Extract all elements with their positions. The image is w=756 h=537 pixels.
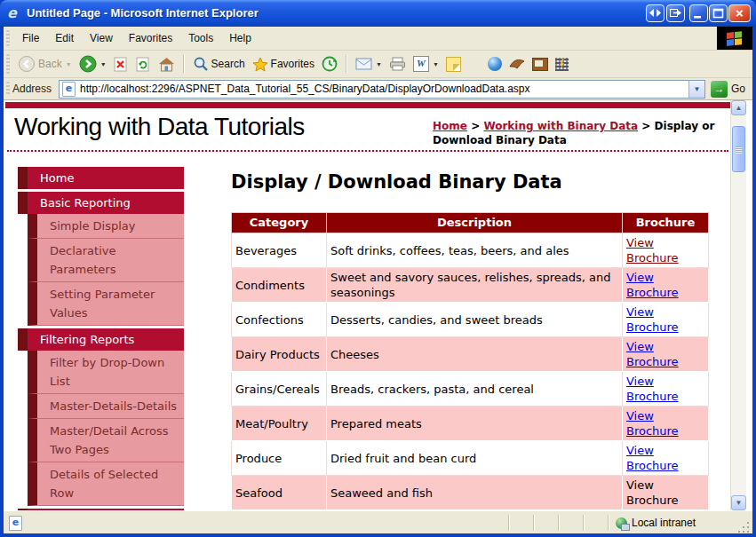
mail-button[interactable]: ▼ [352,56,386,72]
menu-help[interactable]: Help [221,27,259,50]
go-button[interactable]: → Go [705,81,752,98]
view-brochure-link[interactable]: View Brochure [626,409,679,438]
table-row: Confections Desserts, candies, and sweet… [232,303,709,337]
address-input-box: e ▼ [59,80,705,99]
resize-grip[interactable] [736,520,751,534]
forward-arrow-icon [79,55,97,73]
edit-with-word-button[interactable]: W▼ [410,54,442,74]
messenger-button[interactable] [484,55,505,73]
note-icon [446,57,461,72]
sidebar-item-details-of-selected-row[interactable]: Details of Selected Row [28,462,184,506]
mail-icon [355,58,372,70]
stop-button[interactable] [110,55,132,74]
windows-logo [717,27,752,50]
back-button[interactable]: Back▼ [14,53,76,75]
scroll-up-button[interactable]: ▲ [731,100,746,115]
export-window-button[interactable] [666,4,685,22]
menubar-grip[interactable] [6,30,10,46]
research-book-icon [532,58,548,71]
security-zone-panel: Local intranet [608,515,731,531]
sidebar-item-filtering-reports[interactable]: Filtering Reports [18,328,184,351]
table-row: Condiments Sweet and savory sauces, reli… [232,268,709,303]
view-brochure-link[interactable]: View Brochure [626,271,679,299]
column-header-description: Description [327,213,623,233]
scroll-down-button[interactable]: ▼ [731,495,746,510]
favorites-button[interactable]: Favorites [249,55,318,74]
title-bar: e Untitled Page - Microsoft Internet Exp… [0,0,756,27]
address-input[interactable] [78,83,688,95]
search-button[interactable]: Search [189,54,249,74]
forward-button[interactable]: ▼ [76,53,110,75]
sidebar-item-home[interactable]: Home [18,167,184,189]
window-title: Untitled Page - Microsoft Internet Explo… [27,0,259,27]
menu-edit[interactable]: Edit [47,27,82,50]
breadcrumb: Home > Working with Binary Data > Displa… [433,119,729,147]
sidebar-item-setting-parameter-values[interactable]: Setting Parameter Values [28,282,184,326]
maximize-button[interactable] [709,4,728,22]
breadcrumb-home-link[interactable]: Home [433,120,467,132]
categories-table: Category Description Brochure Beverages … [231,212,709,510]
sidebar-item-filter-by-dropdown-list[interactable]: Filter by Drop-Down List [28,351,184,394]
view-brochure-link[interactable]: View Brochure [626,444,679,472]
search-icon [193,56,209,72]
address-bar: Address e ▼ → Go [4,78,752,100]
back-arrow-icon [18,55,36,73]
window-border-right [752,27,756,537]
header-divider [7,150,728,152]
table-row: Beverages Soft drinks, coffees, teas, be… [232,233,709,268]
sidebar-item-master-detail-two-pages[interactable]: Master/Detail Across Two Pages [28,419,184,462]
view-brochure-link[interactable]: View Brochure [626,305,679,334]
table-row: Dairy Products Cheeses View Brochure [232,337,709,372]
address-label: Address [12,83,52,95]
refresh-icon [136,57,151,72]
column-header-brochure: Brochure [623,213,709,233]
window-border-left [0,27,4,537]
refresh-button[interactable] [132,55,155,74]
breadcrumb-separator: > [641,120,650,132]
minimize-button[interactable] [689,4,708,22]
menu-file[interactable]: File [14,27,47,50]
print-icon [389,57,406,71]
page-icon: e [62,82,76,97]
scrollbar-thumb[interactable] [732,126,745,172]
status-panel [533,515,558,531]
ie-logo-icon: e [7,5,22,21]
favorites-star-icon [252,57,268,72]
research-button[interactable] [529,56,552,73]
view-brochure-link[interactable]: View Brochure [626,375,679,403]
close-button[interactable]: × [728,4,751,22]
table-row: Produce Dried fruit and bean curd View B… [232,441,709,476]
history-icon [322,56,338,72]
status-bar: e Local intranet [4,510,752,534]
status-panel [583,515,608,531]
toolbar-grip[interactable] [6,54,10,74]
menu-view[interactable]: View [82,27,121,50]
site-title: Working with Data Tutorials [14,113,305,141]
sidebar-item-simple-display[interactable]: Simple Display [28,214,184,239]
binary-tool-button[interactable] [552,56,572,73]
security-zone-label: Local intranet [632,517,696,529]
print-button[interactable] [386,55,410,73]
binary-matrix-icon [555,58,569,71]
sidebar-item-declarative-parameters[interactable]: Declarative Parameters [28,239,184,282]
addressbar-grip[interactable] [6,82,10,96]
resize-arrows-button[interactable] [646,4,664,22]
discuss-button[interactable] [442,55,465,74]
sidebar-item-master-details-details[interactable]: Master-Details-Details [28,394,184,419]
home-button[interactable] [155,55,179,74]
address-dropdown-button[interactable]: ▼ [688,81,704,98]
sidebar-item-basic-reporting[interactable]: Basic Reporting [18,192,184,214]
breadcrumb-section-link[interactable]: Working with Binary Data [483,120,638,132]
sphere-icon [488,57,502,71]
menu-bar: File Edit View Favorites Tools Help [4,27,752,51]
menu-tools[interactable]: Tools [180,27,221,50]
menu-favorites[interactable]: Favorites [121,27,180,50]
history-button[interactable] [318,54,341,74]
status-panel [558,515,583,531]
vertical-scrollbar[interactable]: ▲ ▼ [730,100,746,510]
intranet-globe-icon [616,517,627,529]
view-brochure-link[interactable]: View Brochure [626,236,679,265]
bird-toolbar-button[interactable] [505,56,529,72]
view-brochure-link[interactable]: View Brochure [626,340,679,368]
table-row: Grains/Cereals Breads, crackers, pasta, … [232,372,709,407]
